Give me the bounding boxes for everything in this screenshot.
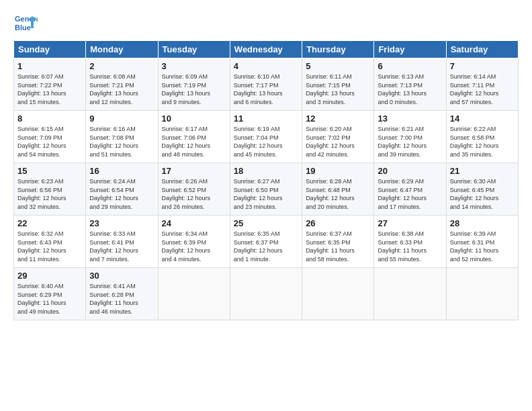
day-info: Sunrise: 6:09 AM Sunset: 7:19 PM Dayligh… [162, 73, 226, 106]
day-number: 14 [450, 113, 515, 124]
calendar-week-3: 15Sunrise: 6:23 AM Sunset: 6:56 PM Dayli… [14, 163, 519, 216]
calendar-cell: 17Sunrise: 6:26 AM Sunset: 6:52 PM Dayli… [158, 163, 230, 216]
calendar-cell [158, 268, 230, 320]
calendar-cell [302, 268, 374, 320]
day-header-friday: Friday [374, 41, 446, 58]
day-info: Sunrise: 6:34 AM Sunset: 6:39 PM Dayligh… [162, 230, 226, 263]
day-number: 7 [450, 61, 515, 71]
calendar-cell: 26Sunrise: 6:37 AM Sunset: 6:35 PM Dayli… [302, 216, 374, 268]
day-info: Sunrise: 6:17 AM Sunset: 7:06 PM Dayligh… [162, 125, 226, 158]
day-info: Sunrise: 6:08 AM Sunset: 7:21 PM Dayligh… [89, 73, 154, 106]
day-info: Sunrise: 6:40 AM Sunset: 6:29 PM Dayligh… [17, 282, 82, 316]
day-number: 9 [89, 113, 154, 124]
logo: General Blue [13, 11, 38, 35]
calendar-cell: 20Sunrise: 6:29 AM Sunset: 6:47 PM Dayli… [374, 163, 446, 216]
calendar-cell: 12Sunrise: 6:20 AM Sunset: 7:02 PM Dayli… [302, 111, 374, 163]
day-info: Sunrise: 6:13 AM Sunset: 7:13 PM Dayligh… [378, 73, 442, 106]
calendar-cell: 21Sunrise: 6:30 AM Sunset: 6:45 PM Dayli… [446, 163, 518, 216]
calendar: SundayMondayTuesdayWednesdayThursdayFrid… [13, 40, 519, 320]
day-number: 30 [89, 271, 154, 281]
header: General Blue [13, 11, 519, 35]
calendar-cell: 11Sunrise: 6:19 AM Sunset: 7:04 PM Dayli… [230, 111, 302, 163]
day-number: 17 [162, 166, 226, 176]
calendar-cell: 7Sunrise: 6:14 AM Sunset: 7:11 PM Daylig… [446, 58, 518, 111]
day-info: Sunrise: 6:07 AM Sunset: 7:22 PM Dayligh… [17, 73, 82, 106]
svg-text:Blue: Blue [15, 24, 31, 32]
day-info: Sunrise: 6:15 AM Sunset: 7:09 PM Dayligh… [17, 125, 82, 158]
day-number: 16 [89, 166, 154, 176]
day-header-saturday: Saturday [446, 41, 518, 58]
day-header-thursday: Thursday [302, 41, 374, 58]
day-info: Sunrise: 6:24 AM Sunset: 6:54 PM Dayligh… [89, 177, 154, 211]
calendar-cell: 25Sunrise: 6:35 AM Sunset: 6:37 PM Dayli… [230, 216, 302, 268]
day-number: 15 [17, 166, 82, 176]
day-info: Sunrise: 6:39 AM Sunset: 6:31 PM Dayligh… [450, 230, 515, 263]
day-number: 4 [234, 61, 298, 71]
day-info: Sunrise: 6:32 AM Sunset: 6:43 PM Dayligh… [17, 230, 82, 263]
calendar-cell: 15Sunrise: 6:23 AM Sunset: 6:56 PM Dayli… [14, 163, 86, 216]
calendar-header-row: SundayMondayTuesdayWednesdayThursdayFrid… [14, 41, 519, 58]
calendar-week-2: 8Sunrise: 6:15 AM Sunset: 7:09 PM Daylig… [14, 111, 519, 163]
calendar-cell: 3Sunrise: 6:09 AM Sunset: 7:19 PM Daylig… [158, 58, 230, 111]
day-info: Sunrise: 6:29 AM Sunset: 6:47 PM Dayligh… [378, 177, 442, 211]
day-info: Sunrise: 6:28 AM Sunset: 6:48 PM Dayligh… [306, 177, 370, 211]
day-info: Sunrise: 6:21 AM Sunset: 7:00 PM Dayligh… [378, 125, 442, 158]
calendar-cell: 24Sunrise: 6:34 AM Sunset: 6:39 PM Dayli… [158, 216, 230, 268]
day-header-tuesday: Tuesday [158, 41, 230, 58]
logo-icon: General Blue [13, 11, 38, 35]
day-info: Sunrise: 6:30 AM Sunset: 6:45 PM Dayligh… [450, 177, 515, 211]
day-info: Sunrise: 6:26 AM Sunset: 6:52 PM Dayligh… [162, 177, 226, 211]
calendar-cell: 13Sunrise: 6:21 AM Sunset: 7:00 PM Dayli… [374, 111, 446, 163]
calendar-cell: 8Sunrise: 6:15 AM Sunset: 7:09 PM Daylig… [14, 111, 86, 163]
calendar-cell: 29Sunrise: 6:40 AM Sunset: 6:29 PM Dayli… [14, 268, 86, 320]
day-number: 25 [234, 218, 298, 228]
calendar-week-5: 29Sunrise: 6:40 AM Sunset: 6:29 PM Dayli… [14, 268, 519, 320]
calendar-cell: 27Sunrise: 6:38 AM Sunset: 6:33 PM Dayli… [374, 216, 446, 268]
calendar-cell: 14Sunrise: 6:22 AM Sunset: 6:58 PM Dayli… [446, 111, 518, 163]
day-info: Sunrise: 6:16 AM Sunset: 7:08 PM Dayligh… [89, 125, 154, 158]
calendar-cell: 4Sunrise: 6:10 AM Sunset: 7:17 PM Daylig… [230, 58, 302, 111]
calendar-cell: 28Sunrise: 6:39 AM Sunset: 6:31 PM Dayli… [446, 216, 518, 268]
day-number: 28 [450, 218, 515, 228]
day-number: 3 [162, 61, 226, 71]
day-header-wednesday: Wednesday [230, 41, 302, 58]
day-info: Sunrise: 6:37 AM Sunset: 6:35 PM Dayligh… [306, 230, 370, 263]
day-number: 22 [17, 218, 82, 228]
day-number: 27 [378, 218, 442, 228]
calendar-cell: 16Sunrise: 6:24 AM Sunset: 6:54 PM Dayli… [86, 163, 158, 216]
day-info: Sunrise: 6:11 AM Sunset: 7:15 PM Dayligh… [306, 73, 370, 106]
calendar-cell [230, 268, 302, 320]
day-number: 19 [306, 166, 370, 176]
day-info: Sunrise: 6:20 AM Sunset: 7:02 PM Dayligh… [306, 125, 370, 158]
calendar-cell: 9Sunrise: 6:16 AM Sunset: 7:08 PM Daylig… [86, 111, 158, 163]
day-number: 21 [450, 166, 515, 176]
calendar-week-4: 22Sunrise: 6:32 AM Sunset: 6:43 PM Dayli… [14, 216, 519, 268]
calendar-week-1: 1Sunrise: 6:07 AM Sunset: 7:22 PM Daylig… [14, 58, 519, 111]
day-info: Sunrise: 6:27 AM Sunset: 6:50 PM Dayligh… [234, 177, 298, 211]
day-number: 11 [234, 113, 298, 124]
day-number: 24 [162, 218, 226, 228]
day-number: 23 [89, 218, 154, 228]
day-number: 8 [17, 113, 82, 124]
day-number: 13 [378, 113, 442, 124]
calendar-cell: 18Sunrise: 6:27 AM Sunset: 6:50 PM Dayli… [230, 163, 302, 216]
day-info: Sunrise: 6:14 AM Sunset: 7:11 PM Dayligh… [450, 73, 515, 106]
day-number: 18 [234, 166, 298, 176]
calendar-cell: 1Sunrise: 6:07 AM Sunset: 7:22 PM Daylig… [14, 58, 86, 111]
day-header-sunday: Sunday [14, 41, 86, 58]
day-info: Sunrise: 6:35 AM Sunset: 6:37 PM Dayligh… [234, 230, 298, 263]
day-header-monday: Monday [86, 41, 158, 58]
day-info: Sunrise: 6:22 AM Sunset: 6:58 PM Dayligh… [450, 125, 515, 158]
calendar-cell [446, 268, 518, 320]
day-number: 5 [306, 61, 370, 71]
day-number: 26 [306, 218, 370, 228]
day-info: Sunrise: 6:23 AM Sunset: 6:56 PM Dayligh… [17, 177, 82, 211]
calendar-cell: 2Sunrise: 6:08 AM Sunset: 7:21 PM Daylig… [86, 58, 158, 111]
day-info: Sunrise: 6:10 AM Sunset: 7:17 PM Dayligh… [234, 73, 298, 106]
page: General Blue SundayMondayTuesdayWednesda… [0, 0, 532, 327]
day-info: Sunrise: 6:38 AM Sunset: 6:33 PM Dayligh… [378, 230, 442, 263]
day-number: 12 [306, 113, 370, 124]
day-info: Sunrise: 6:41 AM Sunset: 6:28 PM Dayligh… [89, 282, 154, 316]
day-number: 20 [378, 166, 442, 176]
calendar-cell: 5Sunrise: 6:11 AM Sunset: 7:15 PM Daylig… [302, 58, 374, 111]
